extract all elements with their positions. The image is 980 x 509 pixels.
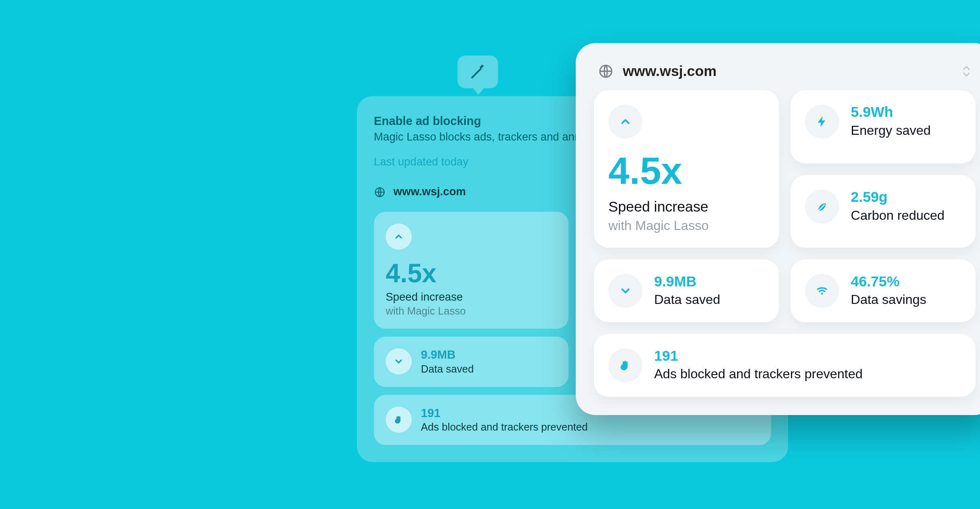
bp-data-saved-value: 9.9MB bbox=[421, 348, 474, 362]
stat-carbon-value: 2.59g bbox=[851, 189, 945, 205]
wand-icon bbox=[469, 63, 486, 80]
chevron-up-icon bbox=[608, 105, 642, 138]
stat-data-saved-label: Data saved bbox=[654, 292, 720, 308]
chevron-down-icon bbox=[608, 274, 642, 308]
stat-speed-sublabel: with Magic Lasso bbox=[608, 218, 764, 233]
bp-blocked-label: Ads blocked and trackers prevented bbox=[421, 422, 588, 433]
toolbar-extension-chip[interactable] bbox=[457, 56, 498, 88]
leaf-icon bbox=[805, 189, 839, 223]
bp-stat-data-saved: 9.9MB Data saved bbox=[374, 337, 569, 387]
svg-rect-0 bbox=[479, 65, 484, 69]
stat-energy-label: Energy saved bbox=[851, 123, 931, 138]
globe-icon bbox=[374, 186, 386, 198]
stat-card-speed: 4.5x Speed increase with Magic Lasso bbox=[594, 90, 779, 248]
wifi-icon bbox=[805, 274, 839, 308]
stat-data-savings-value: 46.75% bbox=[851, 274, 927, 290]
bp-stat-speed: 4.5x Speed increase with Magic Lasso bbox=[374, 212, 569, 328]
stat-card-energy: 5.9Wh Energy saved bbox=[791, 90, 976, 163]
stat-blocked-label: Ads blocked and trackers prevented bbox=[654, 367, 863, 382]
stat-speed-label: Speed increase bbox=[608, 199, 764, 216]
globe-icon bbox=[598, 63, 613, 79]
stats-panel: www.wsj.com 4.5x Speed increase with Mag… bbox=[576, 43, 980, 415]
stat-data-saved-value: 9.9MB bbox=[654, 274, 720, 290]
stat-speed-value: 4.5x bbox=[608, 152, 764, 190]
stat-card-data-saved: 9.9MB Data saved bbox=[594, 259, 779, 322]
sort-toggle-icon[interactable] bbox=[961, 65, 972, 78]
stat-blocked-value: 191 bbox=[654, 348, 863, 364]
bp-speed-label: Speed increase bbox=[385, 291, 557, 304]
chevron-up-icon bbox=[385, 223, 412, 250]
chevron-down-icon bbox=[385, 348, 412, 375]
bp-speed-sublabel: with Magic Lasso bbox=[385, 305, 557, 317]
bp-data-saved-label: Data saved bbox=[421, 364, 474, 375]
bp-speed-value: 4.5x bbox=[385, 259, 557, 288]
stat-data-savings-label: Data savings bbox=[851, 292, 927, 308]
stat-card-blocked: 191 Ads blocked and trackers prevented bbox=[594, 334, 976, 397]
stat-card-carbon: 2.59g Carbon reduced bbox=[791, 175, 976, 248]
hand-icon bbox=[385, 406, 412, 433]
popover-site: www.wsj.com bbox=[394, 185, 466, 199]
svg-point-4 bbox=[821, 292, 823, 295]
bolt-icon bbox=[805, 105, 839, 138]
bp-blocked-value: 191 bbox=[421, 406, 588, 420]
stat-energy-value: 5.9Wh bbox=[851, 105, 931, 121]
stat-carbon-label: Carbon reduced bbox=[851, 208, 945, 223]
hand-icon bbox=[608, 348, 642, 382]
panel-site: www.wsj.com bbox=[623, 63, 717, 80]
stat-card-data-savings: 46.75% Data savings bbox=[791, 259, 976, 322]
